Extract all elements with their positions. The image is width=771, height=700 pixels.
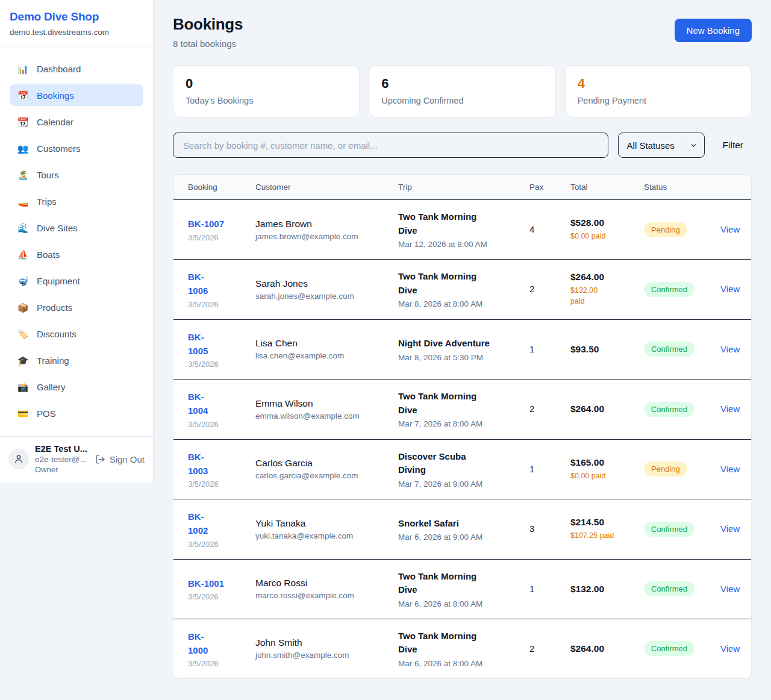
dive-mask-icon: 🤿: [17, 277, 29, 286]
total-amount: $165.00: [570, 457, 639, 468]
calendar-icon: 📆: [17, 117, 29, 127]
sidebar-item-pos[interactable]: 💳POS: [10, 402, 143, 424]
page-header: Bookings 8 total bookings New Booking: [173, 15, 752, 49]
sign-out-button[interactable]: Sign Out: [95, 454, 145, 464]
page-title: Bookings: [173, 15, 243, 34]
pax-count: 2: [529, 404, 534, 414]
customer-name: James Brown: [255, 219, 393, 230]
stat-card-pending-payment: 4 Pending Payment: [565, 65, 752, 117]
filters-row: All Statuses Filter: [173, 133, 752, 158]
trip-name: Two Tank Morning Dive: [398, 630, 525, 657]
graduation-cap-icon: 🎓: [17, 356, 29, 365]
sidebar: Demo Dive Shop demo.test.divestreams.com…: [0, 0, 154, 483]
table-row: BK- 10063/5/2026 Sarah Jonessarah.jones@…: [173, 260, 752, 320]
view-link[interactable]: View: [720, 643, 740, 654]
booking-date: 3/5/2026: [188, 360, 251, 369]
sidebar-item-boats[interactable]: ⛵Boats: [10, 243, 143, 265]
booking-id-link[interactable]: BK-1007: [188, 217, 251, 231]
trip-datetime: Mar 8, 2026 at 8:00 AM: [398, 299, 525, 308]
table-row: BK-10073/5/2026 James Brownjames.brown@e…: [173, 200, 752, 260]
pax-count: 2: [529, 284, 534, 294]
customer-name: Marco Rossi: [255, 578, 393, 589]
status-badge: Pending: [644, 461, 687, 477]
view-link[interactable]: View: [720, 523, 740, 534]
column-header-total: Total: [570, 175, 644, 200]
table-header-row: Booking Customer Trip Pax Total Status: [173, 175, 752, 200]
status-filter-value: All Statuses: [627, 140, 675, 151]
pax-count: 2: [529, 643, 534, 654]
column-header-booking: Booking: [173, 175, 255, 200]
sidebar-item-dashboard[interactable]: 📊Dashboard: [10, 58, 143, 80]
bookings-count: 8 total bookings: [173, 39, 243, 49]
customer-name: Carlos Garcia: [255, 458, 393, 469]
search-input[interactable]: [173, 133, 608, 158]
sidebar-item-calendar[interactable]: 📆Calendar: [10, 111, 143, 133]
booking-id-link[interactable]: BK- 1006: [188, 270, 251, 298]
stat-value: 0: [186, 76, 347, 92]
status-filter-select[interactable]: All Statuses: [618, 133, 705, 158]
column-header-status: Status: [644, 175, 720, 200]
view-link[interactable]: View: [720, 344, 740, 354]
customer-email: yuki.tanaka@example.com: [255, 531, 393, 540]
booking-date: 3/5/2026: [188, 300, 251, 309]
sidebar-item-label: POS: [37, 408, 56, 419]
trip-name: Discover Scuba Diving: [398, 450, 525, 477]
stat-value: 4: [578, 76, 739, 92]
view-link[interactable]: View: [720, 584, 740, 594]
user-email: e2e-tester@...: [35, 455, 95, 464]
sidebar-item-training[interactable]: 🎓Training: [10, 349, 143, 371]
view-link[interactable]: View: [720, 224, 740, 234]
booking-id-link[interactable]: BK- 1002: [188, 510, 251, 538]
new-booking-button[interactable]: New Booking: [675, 19, 752, 42]
status-badge: Confirmed: [644, 282, 695, 297]
pax-count: 1: [529, 584, 534, 594]
pax-count: 1: [529, 464, 534, 474]
sidebar-item-dive-sites[interactable]: 🌊Dive Sites: [10, 217, 143, 239]
customer-email: lisa.chen@example.com: [255, 351, 393, 360]
view-link[interactable]: View: [720, 404, 740, 414]
tag-icon: 🏷️: [17, 330, 29, 339]
trip-name: Two Tank Morning Dive: [398, 210, 525, 237]
bookings-table-card: Booking Customer Trip Pax Total Status B…: [173, 174, 752, 679]
booking-id-link[interactable]: BK- 1004: [188, 390, 251, 418]
view-link[interactable]: View: [720, 464, 740, 474]
bookings-calendar-icon: 📅: [17, 91, 29, 100]
sidebar-item-discounts[interactable]: 🏷️Discounts: [10, 323, 143, 345]
booking-id-link[interactable]: BK-1001: [188, 577, 251, 590]
booking-date: 3/5/2026: [188, 592, 251, 601]
sidebar-nav: 📊Dashboard 📅Bookings 📆Calendar 👥Customer…: [0, 46, 153, 436]
customers-icon: 👥: [17, 144, 29, 153]
island-icon: 🏝️: [17, 170, 29, 180]
sidebar-item-bookings[interactable]: 📅Bookings: [10, 84, 143, 106]
booking-id-link[interactable]: BK- 1003: [188, 450, 251, 478]
customer-email: carlos.garcia@example.com: [255, 471, 393, 480]
sidebar-item-tours[interactable]: 🏝️Tours: [10, 164, 143, 186]
sidebar-item-products[interactable]: 📦Products: [10, 296, 143, 318]
customer-email: sarah.jones@example.com: [255, 292, 393, 301]
filter-button[interactable]: Filter: [714, 135, 752, 155]
sidebar-item-gallery[interactable]: 📸Gallery: [10, 376, 143, 398]
booking-date: 3/5/2026: [188, 233, 251, 242]
package-icon: 📦: [17, 303, 29, 312]
chevron-down-icon: [690, 142, 698, 149]
paid-amount: $132.00 paid: [570, 285, 639, 307]
sidebar-item-equipment[interactable]: 🤿Equipment: [10, 270, 143, 292]
trip-name: Two Tank Morning Dive: [398, 270, 525, 297]
table-row: BK- 10053/5/2026 Lisa Chenlisa.chen@exam…: [173, 319, 752, 380]
table-row: BK- 10003/5/2026 John Smithjohn.smith@ex…: [173, 619, 752, 678]
paid-amount: $0.00 paid: [570, 470, 639, 481]
sidebar-item-customers[interactable]: 👥Customers: [10, 137, 143, 159]
paid-amount: $0.00 paid: [570, 231, 639, 242]
sign-out-label: Sign Out: [110, 454, 145, 464]
trip-datetime: Mar 7, 2026 at 9:00 AM: [398, 480, 525, 489]
booking-id-link[interactable]: BK- 1000: [188, 630, 251, 658]
view-link[interactable]: View: [720, 284, 740, 294]
total-amount: $528.00: [570, 217, 639, 228]
sidebar-item-trips[interactable]: 🚤Trips: [10, 190, 143, 212]
column-header-customer: Customer: [255, 175, 398, 200]
booking-id-link[interactable]: BK- 1005: [188, 330, 251, 358]
app-root: Demo Dive Shop demo.test.divestreams.com…: [0, 0, 771, 679]
total-amount: $264.00: [570, 643, 639, 654]
trip-name: Night Dive Adventure: [398, 337, 525, 351]
stat-label: Pending Payment: [578, 96, 739, 105]
